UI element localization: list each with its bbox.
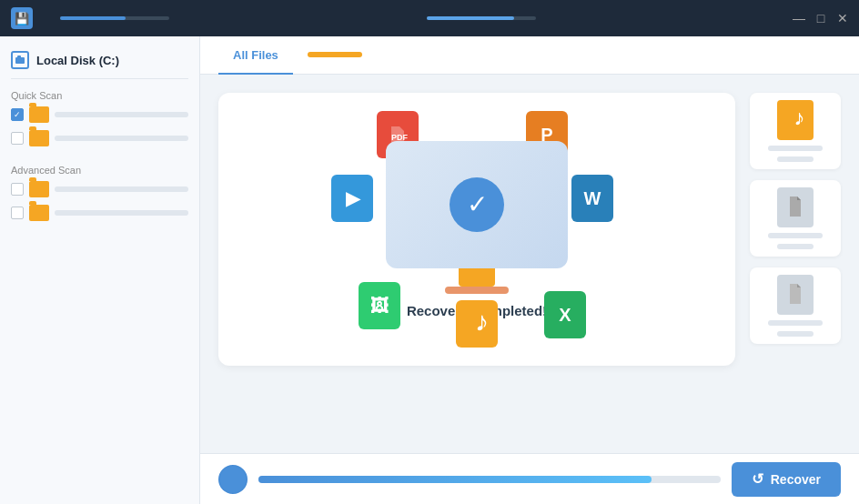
- recovery-illustration: PDF P W ▶ 🖼 X: [322, 102, 632, 357]
- svg-rect-0: [15, 57, 25, 64]
- scan-bar-1: [55, 112, 188, 117]
- folder-icon-1: [29, 106, 49, 123]
- tabs-bar: All Files: [200, 36, 859, 75]
- preview-card-3: [750, 267, 841, 344]
- monitor-stand: [459, 268, 495, 287]
- sidebar: Local Disk (C:) Quick Scan Advanced Scan: [0, 36, 200, 504]
- word-icon: W: [571, 175, 613, 222]
- advanced-scan-title: Advanced Scan: [11, 165, 188, 176]
- titlebar-progress: [60, 16, 169, 20]
- minimize-button[interactable]: —: [793, 13, 804, 24]
- preview-line-1a: [768, 146, 823, 151]
- preview-icon-2: [777, 187, 814, 227]
- recover-button[interactable]: ↺ Recover: [732, 462, 841, 497]
- preview-icon-1: 𝅘𝅥𝅮: [777, 100, 814, 140]
- preview-icon-3: [777, 275, 814, 315]
- preview-line-2a: [768, 233, 823, 238]
- excel-icon: X: [544, 291, 586, 338]
- progress-circle: [218, 465, 248, 494]
- scan-bar-3: [55, 186, 188, 192]
- titlebar: 💾 — □ ✕: [0, 0, 859, 36]
- monitor-wrap: ✓ Recovery Completed!: [386, 141, 568, 318]
- quick-scan-section: Quick Scan: [11, 90, 188, 154]
- scan-item-3[interactable]: [11, 181, 188, 197]
- preview-line-1b: [777, 156, 814, 162]
- scan-item-2[interactable]: [11, 130, 188, 146]
- monitor: ✓: [386, 141, 568, 268]
- svg-rect-1: [17, 55, 21, 58]
- app-icon: 💾: [11, 7, 33, 29]
- folder-icon-3: [29, 181, 49, 197]
- preview-card-1: 𝅘𝅥𝅮: [750, 93, 841, 169]
- music-icon: 𝅘𝅥𝅮: [456, 300, 498, 348]
- folder-icon-2: [29, 130, 49, 146]
- monitor-base: [445, 287, 509, 294]
- refresh-icon: ↺: [752, 470, 763, 488]
- progress-bar-fill: [258, 476, 652, 483]
- content-area: All Files PDF P: [200, 36, 859, 504]
- preview-card-2: [750, 180, 841, 257]
- video-icon: ▶: [331, 175, 373, 222]
- recovery-card: PDF P W ▶ 🖼 X: [218, 93, 735, 366]
- recover-button-label: Recover: [771, 472, 821, 487]
- checkbox-1[interactable]: [11, 108, 24, 121]
- quick-scan-title: Quick Scan: [11, 90, 188, 101]
- right-panel: 𝅘𝅥𝅮: [750, 93, 841, 344]
- scan-item-1[interactable]: [11, 106, 188, 123]
- checkbox-3[interactable]: [11, 183, 24, 196]
- tab-second[interactable]: [293, 36, 377, 75]
- image-icon: 🖼: [359, 282, 400, 329]
- checkbox-2[interactable]: [11, 132, 24, 145]
- check-circle: ✓: [450, 177, 504, 232]
- close-button[interactable]: ✕: [837, 13, 848, 24]
- scan-bar-4: [55, 210, 188, 216]
- scan-item-4[interactable]: [11, 205, 188, 221]
- drive-icon: [11, 51, 29, 69]
- tab-all-files[interactable]: All Files: [218, 36, 293, 75]
- footer: ↺ Recover: [200, 453, 859, 504]
- titlebar-progress-fill: [60, 16, 126, 20]
- main-layout: Local Disk (C:) Quick Scan Advanced Scan: [0, 36, 859, 504]
- progress-bar-wrap: [258, 476, 721, 483]
- drive-label: Local Disk (C:): [36, 54, 119, 67]
- drive-item[interactable]: Local Disk (C:): [11, 51, 188, 79]
- preview-line-3a: [768, 320, 823, 326]
- window-controls: — □ ✕: [793, 13, 848, 24]
- preview-line-3b: [777, 331, 814, 337]
- main-content: PDF P W ▶ 🖼 X: [200, 75, 859, 453]
- advanced-scan-section: Advanced Scan: [11, 165, 188, 228]
- scan-bar-2: [55, 136, 188, 141]
- checkbox-4[interactable]: [11, 207, 24, 219]
- maximize-button[interactable]: □: [815, 13, 826, 24]
- preview-line-2b: [777, 244, 814, 249]
- folder-icon-4: [29, 205, 49, 221]
